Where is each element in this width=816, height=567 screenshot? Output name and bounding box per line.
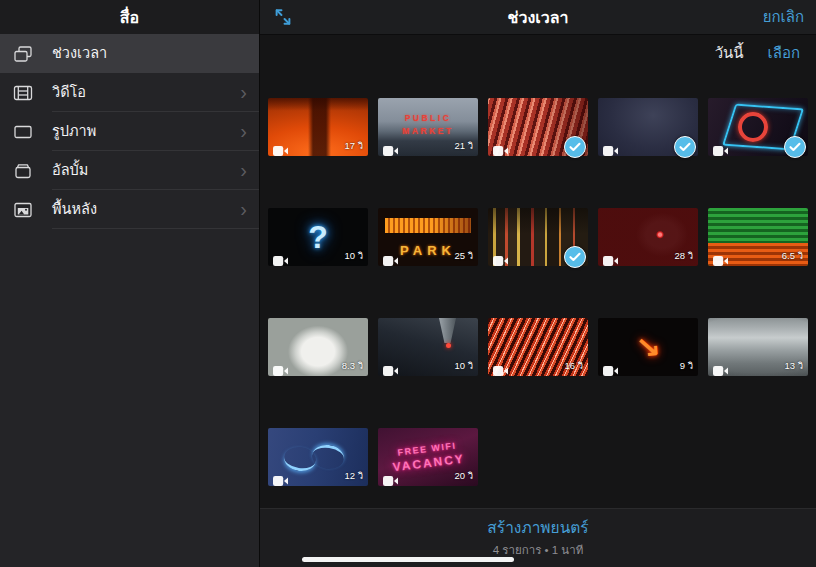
video-camera-icon [383,362,398,372]
video-camera-icon [603,142,618,152]
duration-label: 16 วิ [564,358,583,373]
video-camera-icon [383,142,398,152]
video-thumbnail-1[interactable]: 17 วิ [268,98,368,156]
photo-icon [13,122,39,142]
video-thumbnail-5[interactable] [708,98,808,156]
cancel-button[interactable]: ยกเลิก [763,0,804,34]
video-thumbnail-4[interactable] [598,98,698,156]
moments-icon [13,44,39,64]
video-thumbnail-3[interactable] [488,98,588,156]
duration-label: 28 วิ [674,248,693,263]
media-browser: ช่วงเวลา ยกเลิก วันนี้ เลือก 17 วิ PUBLI… [260,0,816,567]
video-thumbnail-8[interactable] [488,208,588,266]
background-icon [13,200,39,220]
video-camera-icon [603,252,618,262]
selected-checkmark-icon [564,246,586,268]
video-camera-icon [493,142,508,152]
today-button[interactable]: วันนี้ [715,41,744,65]
chevron-right-icon: › [240,82,247,102]
expand-arrows-icon[interactable] [270,5,296,31]
browser-header: ช่วงเวลา ยกเลิก [260,0,816,35]
video-camera-icon [713,252,728,262]
sidebar-item-5[interactable]: พื้นหลัง › [0,190,259,229]
sidebar-item-2[interactable]: วิดีโอ › [0,73,259,112]
video-camera-icon [493,252,508,262]
chevron-right-icon: › [240,160,247,180]
video-thumbnail-9[interactable]: 28 วิ [598,208,698,266]
duration-label: 10 วิ [454,358,473,373]
duration-label: 25 วิ [454,248,473,263]
selected-checkmark-icon [784,136,806,158]
video-camera-icon [273,142,288,152]
video-thumbnail-10[interactable]: 6.5 วิ [708,208,808,266]
duration-label: 9 วิ [680,358,693,373]
duration-label: 8.3 วิ [342,358,363,373]
selected-checkmark-icon [674,136,696,158]
video-thumbnail-13[interactable]: 16 วิ [488,318,588,376]
duration-label: 17 วิ [344,138,363,153]
video-thumbnail-16[interactable]: 12 วิ [268,428,368,486]
select-button[interactable]: เลือก [768,41,800,65]
video-thumbnail-11[interactable]: 8.3 วิ [268,318,368,376]
chevron-right-icon: › [240,121,247,141]
video-thumbnail-17[interactable]: FREE WIFIVACANCY 20 วิ [378,428,478,486]
video-thumbnail-7[interactable]: PARK 25 วิ [378,208,478,266]
film-icon [13,83,39,103]
video-camera-icon [273,252,288,262]
video-thumbnail-15[interactable]: 13 วิ [708,318,808,376]
video-camera-icon [493,362,508,372]
video-camera-icon [273,362,288,372]
media-sidebar: สื่อ ช่วงเวลา › วิดีโอ › รูปภาพ › อัลบั้… [0,0,260,567]
duration-label: 13 วิ [784,358,803,373]
video-thumbnail-6[interactable]: ? 10 วิ [268,208,368,266]
duration-label: 12 วิ [344,468,363,483]
sidebar-list: ช่วงเวลา › วิดีโอ › รูปภาพ › อัลบั้ม › พ… [0,34,259,229]
sidebar-item-3[interactable]: รูปภาพ › [0,112,259,151]
page-title: ช่วงเวลา [260,5,816,30]
video-camera-icon [713,362,728,372]
video-camera-icon [273,472,288,482]
duration-label: 20 วิ [454,468,473,483]
sidebar-item-4[interactable]: อัลบั้ม › [0,151,259,190]
video-camera-icon [383,472,398,482]
imovie-media-picker: สื่อ ช่วงเวลา › วิดีโอ › รูปภาพ › อัลบั้… [0,0,816,567]
duration-label: 6.5 วิ [782,248,803,263]
create-movie-button[interactable]: สร้างภาพยนตร์ [487,516,588,539]
duration-label: 10 วิ [344,248,363,263]
selected-checkmark-icon [564,136,586,158]
video-thumbnail-2[interactable]: PUBLICMARKET 21 วิ [378,98,478,156]
duration-label: 21 วิ [454,138,473,153]
chevron-right-icon: › [240,199,247,219]
video-thumbnail-14[interactable]: ↘ 9 วิ [598,318,698,376]
media-grid: 17 วิ PUBLICMARKET 21 วิ [260,71,816,486]
video-camera-icon [383,252,398,262]
video-thumbnail-12[interactable]: 10 วิ [378,318,478,376]
video-camera-icon [603,362,618,372]
video-camera-icon [713,142,728,152]
album-icon [13,161,39,181]
filter-toolbar: วันนี้ เลือก [260,35,816,71]
home-indicator[interactable] [302,557,514,562]
sidebar-title: สื่อ [0,0,259,34]
sidebar-item-1[interactable]: ช่วงเวลา › [0,34,259,73]
